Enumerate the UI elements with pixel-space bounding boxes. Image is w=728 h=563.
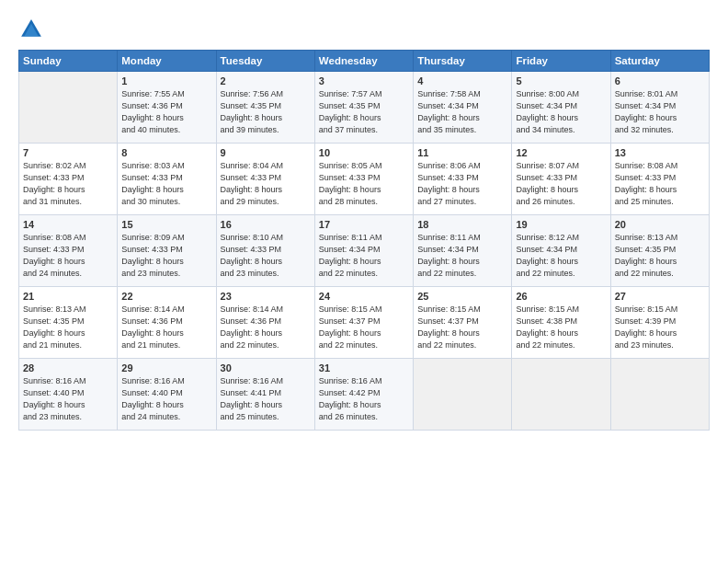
day-number: 20: [615, 219, 705, 230]
day-info: Sunrise: 7:58 AM Sunset: 4:34 PM Dayligh…: [417, 88, 507, 136]
day-header-wednesday: Wednesday: [314, 51, 413, 72]
calendar-cell: 13Sunrise: 8:08 AM Sunset: 4:33 PM Dayli…: [610, 144, 709, 215]
day-info: Sunrise: 7:55 AM Sunset: 4:36 PM Dayligh…: [121, 88, 211, 136]
day-number: 16: [221, 219, 311, 230]
day-info: Sunrise: 8:01 AM Sunset: 4:34 PM Dayligh…: [615, 88, 705, 136]
day-info: Sunrise: 8:13 AM Sunset: 4:35 PM Dayligh…: [615, 232, 705, 280]
day-info: Sunrise: 8:09 AM Sunset: 4:33 PM Dayligh…: [121, 232, 211, 280]
calendar-cell: [414, 359, 512, 431]
week-row-4: 21Sunrise: 8:13 AM Sunset: 4:35 PM Dayli…: [19, 287, 710, 359]
day-info: Sunrise: 8:02 AM Sunset: 4:33 PM Dayligh…: [23, 160, 113, 208]
calendar-cell: 19Sunrise: 8:12 AM Sunset: 4:34 PM Dayli…: [512, 215, 610, 287]
day-info: Sunrise: 8:00 AM Sunset: 4:34 PM Dayligh…: [516, 88, 606, 136]
day-number: 29: [121, 362, 211, 373]
day-number: 23: [221, 291, 311, 302]
calendar-cell: 29Sunrise: 8:16 AM Sunset: 4:40 PM Dayli…: [118, 359, 216, 431]
day-number: 2: [221, 75, 311, 86]
days-row: SundayMondayTuesdayWednesdayThursdayFrid…: [19, 51, 710, 72]
calendar-cell: 4Sunrise: 7:58 AM Sunset: 4:34 PM Daylig…: [414, 72, 512, 144]
day-info: Sunrise: 8:16 AM Sunset: 4:40 PM Dayligh…: [121, 375, 211, 423]
day-info: Sunrise: 8:15 AM Sunset: 4:39 PM Dayligh…: [615, 304, 705, 351]
calendar-cell: 12Sunrise: 8:07 AM Sunset: 4:33 PM Dayli…: [512, 144, 610, 215]
day-number: 14: [23, 219, 113, 230]
day-info: Sunrise: 8:12 AM Sunset: 4:34 PM Dayligh…: [516, 232, 606, 280]
day-number: 9: [221, 147, 311, 158]
week-row-1: 1Sunrise: 7:55 AM Sunset: 4:36 PM Daylig…: [19, 72, 710, 144]
calendar-cell: 16Sunrise: 8:10 AM Sunset: 4:33 PM Dayli…: [216, 215, 314, 287]
calendar-cell: 27Sunrise: 8:15 AM Sunset: 4:39 PM Dayli…: [610, 287, 709, 359]
day-number: 21: [23, 291, 113, 302]
day-number: 31: [319, 362, 409, 373]
day-number: 26: [516, 291, 606, 302]
day-number: 6: [615, 75, 705, 86]
calendar-cell: 20Sunrise: 8:13 AM Sunset: 4:35 PM Dayli…: [610, 215, 709, 287]
day-info: Sunrise: 8:14 AM Sunset: 4:36 PM Dayligh…: [121, 304, 211, 351]
day-info: Sunrise: 8:03 AM Sunset: 4:33 PM Dayligh…: [121, 160, 211, 208]
day-number: 15: [121, 219, 211, 230]
day-info: Sunrise: 8:15 AM Sunset: 4:37 PM Dayligh…: [417, 304, 507, 351]
week-row-5: 28Sunrise: 8:16 AM Sunset: 4:40 PM Dayli…: [19, 359, 710, 431]
calendar-cell: 10Sunrise: 8:05 AM Sunset: 4:33 PM Dayli…: [314, 144, 413, 215]
calendar-cell: 9Sunrise: 8:04 AM Sunset: 4:33 PM Daylig…: [216, 144, 314, 215]
calendar-header: SundayMondayTuesdayWednesdayThursdayFrid…: [19, 51, 710, 72]
day-info: Sunrise: 8:05 AM Sunset: 4:33 PM Dayligh…: [319, 160, 409, 208]
day-number: 30: [221, 362, 311, 373]
day-info: Sunrise: 8:15 AM Sunset: 4:37 PM Dayligh…: [319, 304, 409, 351]
day-info: Sunrise: 8:13 AM Sunset: 4:35 PM Dayligh…: [23, 304, 113, 351]
day-info: Sunrise: 8:08 AM Sunset: 4:33 PM Dayligh…: [615, 160, 705, 208]
day-number: 13: [615, 147, 705, 158]
calendar-cell: 8Sunrise: 8:03 AM Sunset: 4:33 PM Daylig…: [118, 144, 216, 215]
calendar-cell: 21Sunrise: 8:13 AM Sunset: 4:35 PM Dayli…: [19, 287, 118, 359]
day-info: Sunrise: 8:06 AM Sunset: 4:33 PM Dayligh…: [417, 160, 507, 208]
calendar-cell: 23Sunrise: 8:14 AM Sunset: 4:36 PM Dayli…: [216, 287, 314, 359]
day-number: 12: [516, 147, 606, 158]
calendar-cell: 1Sunrise: 7:55 AM Sunset: 4:36 PM Daylig…: [118, 72, 216, 144]
logo: [18, 17, 48, 42]
day-number: 25: [417, 291, 507, 302]
day-header-sunday: Sunday: [19, 51, 118, 72]
calendar-cell: 3Sunrise: 7:57 AM Sunset: 4:35 PM Daylig…: [314, 72, 413, 144]
calendar-cell: [610, 359, 709, 431]
day-number: 5: [516, 75, 606, 86]
page: SundayMondayTuesdayWednesdayThursdayFrid…: [0, 0, 728, 563]
calendar-cell: 6Sunrise: 8:01 AM Sunset: 4:34 PM Daylig…: [610, 72, 709, 144]
day-info: Sunrise: 8:16 AM Sunset: 4:40 PM Dayligh…: [23, 375, 113, 423]
day-number: 28: [23, 362, 113, 373]
calendar-cell: 15Sunrise: 8:09 AM Sunset: 4:33 PM Dayli…: [118, 215, 216, 287]
day-info: Sunrise: 7:56 AM Sunset: 4:35 PM Dayligh…: [221, 88, 311, 136]
calendar-cell: 14Sunrise: 8:08 AM Sunset: 4:33 PM Dayli…: [19, 215, 118, 287]
calendar-cell: 30Sunrise: 8:16 AM Sunset: 4:41 PM Dayli…: [216, 359, 314, 431]
day-header-saturday: Saturday: [610, 51, 709, 72]
day-number: 10: [319, 147, 409, 158]
calendar-cell: 24Sunrise: 8:15 AM Sunset: 4:37 PM Dayli…: [314, 287, 413, 359]
calendar-cell: 5Sunrise: 8:00 AM Sunset: 4:34 PM Daylig…: [512, 72, 610, 144]
day-info: Sunrise: 8:15 AM Sunset: 4:38 PM Dayligh…: [516, 304, 606, 351]
day-number: 7: [23, 147, 113, 158]
day-info: Sunrise: 8:11 AM Sunset: 4:34 PM Dayligh…: [319, 232, 409, 280]
day-number: 27: [615, 291, 705, 302]
day-header-friday: Friday: [512, 51, 610, 72]
day-info: Sunrise: 8:07 AM Sunset: 4:33 PM Dayligh…: [516, 160, 606, 208]
day-number: 17: [319, 219, 409, 230]
day-header-thursday: Thursday: [414, 51, 512, 72]
calendar-cell: 25Sunrise: 8:15 AM Sunset: 4:37 PM Dayli…: [414, 287, 512, 359]
day-number: 19: [516, 219, 606, 230]
day-number: 3: [319, 75, 409, 86]
calendar-cell: 28Sunrise: 8:16 AM Sunset: 4:40 PM Dayli…: [19, 359, 118, 431]
week-row-2: 7Sunrise: 8:02 AM Sunset: 4:33 PM Daylig…: [19, 144, 710, 215]
day-header-tuesday: Tuesday: [216, 51, 314, 72]
calendar-body: 1Sunrise: 7:55 AM Sunset: 4:36 PM Daylig…: [19, 72, 710, 431]
day-number: 4: [417, 75, 507, 86]
day-number: 24: [319, 291, 409, 302]
calendar-cell: 26Sunrise: 8:15 AM Sunset: 4:38 PM Dayli…: [512, 287, 610, 359]
day-info: Sunrise: 7:57 AM Sunset: 4:35 PM Dayligh…: [319, 88, 409, 136]
day-info: Sunrise: 8:14 AM Sunset: 4:36 PM Dayligh…: [221, 304, 311, 351]
day-number: 8: [121, 147, 211, 158]
calendar-cell: 7Sunrise: 8:02 AM Sunset: 4:33 PM Daylig…: [19, 144, 118, 215]
day-number: 22: [121, 291, 211, 302]
day-number: 1: [121, 75, 211, 86]
week-row-3: 14Sunrise: 8:08 AM Sunset: 4:33 PM Dayli…: [19, 215, 710, 287]
day-header-monday: Monday: [118, 51, 216, 72]
calendar-cell: [19, 72, 118, 144]
calendar-cell: 22Sunrise: 8:14 AM Sunset: 4:36 PM Dayli…: [118, 287, 216, 359]
